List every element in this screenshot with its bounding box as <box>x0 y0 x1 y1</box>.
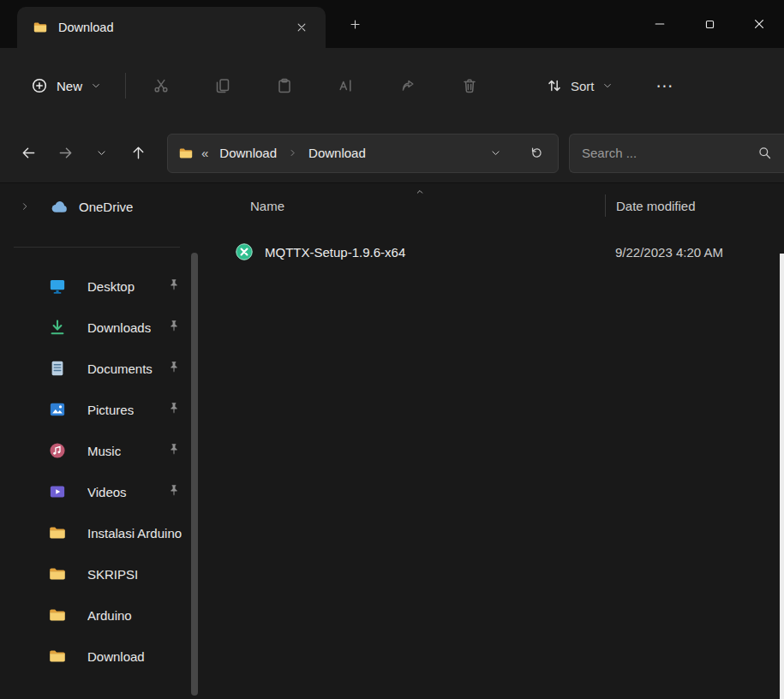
folder-icon <box>48 606 67 624</box>
new-plus-icon <box>31 77 48 94</box>
background-window-edge <box>780 254 784 699</box>
ellipsis-icon: ⋯ <box>656 75 675 96</box>
sidebar-item-label: Download <box>87 649 145 664</box>
breadcrumb-segment[interactable]: Download <box>305 143 369 163</box>
sidebar-item-label: OneDrive <box>79 200 133 214</box>
pictures-icon <box>48 400 67 419</box>
refresh-icon[interactable] <box>524 142 549 164</box>
folder-icon <box>33 20 48 35</box>
sidebar-item-label: SKRIPSI <box>87 567 138 582</box>
folder-icon <box>48 565 67 583</box>
command-toolbar: New Sort <box>0 48 784 123</box>
sidebar-item-label: Pictures <box>87 403 134 417</box>
file-explorer-window: Download New <box>0 0 784 699</box>
sidebar-scrollbar[interactable] <box>190 184 199 699</box>
paste-icon <box>276 77 293 94</box>
cut-button[interactable] <box>141 66 181 105</box>
file-date-modified: 9/22/2023 4:20 AM <box>605 245 784 260</box>
tab-close-icon[interactable] <box>290 15 314 39</box>
up-button[interactable] <box>122 134 155 172</box>
sort-button-label: Sort <box>571 79 595 93</box>
pin-icon <box>166 278 182 293</box>
sidebar-item-arduino[interactable]: Arduino <box>0 594 190 636</box>
sidebar-item-label: Desktop <box>87 279 135 294</box>
pin-icon <box>166 483 182 499</box>
back-button[interactable] <box>12 134 45 172</box>
sidebar-item-label: Arduino <box>87 608 132 623</box>
sidebar-item-desktop[interactable]: Desktop <box>0 266 190 307</box>
breadcrumb-overflow[interactable]: « <box>201 146 208 160</box>
sidebar-item-music[interactable]: Music <box>0 430 190 471</box>
address-dropdown-chevron-icon[interactable] <box>487 144 505 162</box>
forward-arrow-icon <box>57 145 74 161</box>
pin-icon <box>166 401 182 416</box>
sidebar-item-onedrive[interactable]: OneDrive <box>0 186 190 227</box>
tab-title: Download <box>58 21 290 34</box>
share-button[interactable] <box>388 66 428 105</box>
maximize-button[interactable] <box>685 0 734 48</box>
chevron-down-icon <box>602 81 613 91</box>
file-name: MQTTX-Setup-1.9.6-x64 <box>265 245 405 260</box>
tab-bar: Download <box>0 0 784 48</box>
file-list-pane: Name Date modified MQTTX-Setup-1.9.6-x64… <box>199 184 784 699</box>
share-icon <box>399 77 416 94</box>
back-arrow-icon <box>21 145 37 161</box>
mqttx-icon <box>235 242 254 261</box>
column-header-date-modified[interactable]: Date modified <box>605 194 784 217</box>
paste-button[interactable] <box>265 66 304 105</box>
breadcrumb-separator-icon <box>288 148 297 158</box>
forward-button[interactable] <box>49 134 82 172</box>
tab-download[interactable]: Download <box>17 7 326 48</box>
desktop-icon <box>48 277 67 296</box>
address-bar[interactable]: « Download Download <box>167 134 559 173</box>
file-name-cell: MQTTX-Setup-1.9.6-x64 <box>199 242 605 261</box>
sidebar-item-label: Music <box>87 444 121 458</box>
expand-chevron-icon[interactable] <box>19 201 31 212</box>
column-header-name[interactable]: Name <box>199 199 605 213</box>
cut-icon <box>153 77 170 94</box>
window-controls <box>635 0 784 48</box>
new-tab-button[interactable] <box>338 7 372 41</box>
navigation-bar: « Download Download <box>0 123 784 183</box>
rename-button[interactable] <box>326 66 366 105</box>
sort-button[interactable]: Sort <box>537 70 621 101</box>
folder-icon <box>48 647 67 666</box>
more-options-button[interactable]: ⋯ <box>647 67 685 105</box>
sidebar-item-pictures[interactable]: Pictures <box>0 389 190 430</box>
sidebar-item-skripsi[interactable]: SKRIPSI <box>0 553 190 594</box>
sidebar-item-instalasi-arduino[interactable]: Instalasi Arduino <box>0 512 190 553</box>
minimize-button[interactable] <box>635 0 685 48</box>
close-button[interactable] <box>734 0 784 48</box>
pin-icon <box>166 319 182 334</box>
folder-icon <box>178 146 194 161</box>
search-box[interactable] <box>569 134 784 173</box>
sort-ascending-caret-icon <box>415 187 425 197</box>
file-row[interactable]: MQTTX-Setup-1.9.6-x64 9/22/2023 4:20 AM <box>199 232 784 272</box>
sidebar-item-label: Documents <box>87 361 153 376</box>
music-icon <box>48 441 67 460</box>
navigation-pane: OneDrive Desktop Downloads <box>0 184 190 699</box>
sidebar-item-videos[interactable]: Videos <box>0 471 190 512</box>
sidebar-item-documents[interactable]: Documents <box>0 348 190 389</box>
chevron-down-icon <box>91 81 101 91</box>
search-icon[interactable] <box>757 146 772 160</box>
videos-icon <box>48 482 67 501</box>
sort-icon <box>546 77 563 94</box>
copy-button[interactable] <box>203 66 242 105</box>
trash-icon <box>461 77 478 94</box>
pin-icon <box>166 442 182 457</box>
copy-icon <box>214 77 231 94</box>
sidebar-item-label: Downloads <box>87 320 151 335</box>
sidebar-separator <box>14 247 180 248</box>
new-button-label: New <box>57 79 82 93</box>
sidebar-item-downloads[interactable]: Downloads <box>0 307 190 348</box>
search-input[interactable] <box>582 146 752 160</box>
downloads-icon <box>48 318 67 337</box>
breadcrumb-segment[interactable]: Download <box>216 143 280 163</box>
recent-locations-button[interactable] <box>86 134 119 172</box>
delete-button[interactable] <box>450 66 489 105</box>
sidebar-item-download[interactable]: Download <box>0 636 190 677</box>
scrollbar-thumb[interactable] <box>191 253 198 696</box>
chevron-down-icon <box>96 147 107 158</box>
new-button[interactable]: New <box>22 70 110 101</box>
